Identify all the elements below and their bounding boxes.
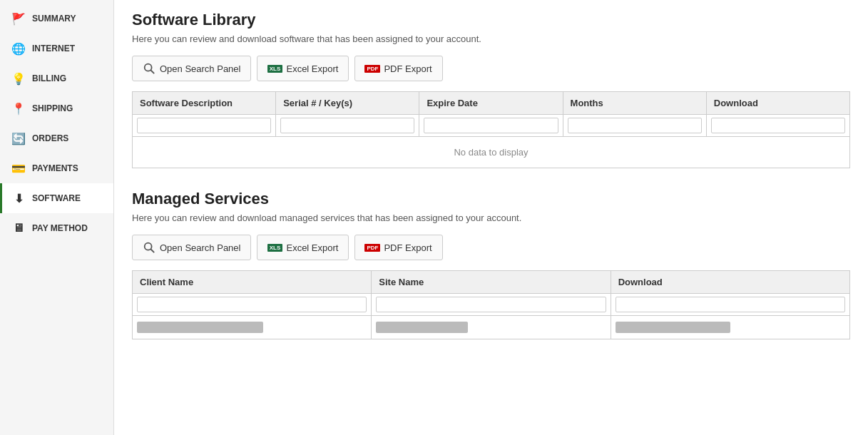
sidebar-item-label: SOFTWARE <box>32 193 81 203</box>
search-icon <box>143 62 155 75</box>
managed-filter-row <box>133 294 850 316</box>
sidebar-item-label: BILLING <box>32 73 66 83</box>
excel-icon: XLS <box>267 240 282 255</box>
managed-services-title: Managed Services <box>132 190 850 208</box>
col-client-name: Client Name <box>133 271 372 294</box>
sidebar-item-label: SUMMARY <box>32 14 76 24</box>
sidebar-item-software[interactable]: ⬇ SOFTWARE <box>0 183 113 213</box>
sidebar-item-pay-method[interactable]: 🖥 PAY METHOD <box>0 213 113 243</box>
pay-method-icon: 🖥 <box>11 220 26 236</box>
sidebar-item-label: INTERNET <box>32 44 75 53</box>
summary-icon: 🚩 <box>11 11 26 26</box>
software-open-search-button[interactable]: Open Search Panel <box>132 56 251 81</box>
software-library-toolbar: Open Search Panel XLS Excel Export PDF P… <box>132 56 850 81</box>
managed-pdf-export-button[interactable]: PDF PDF Export <box>354 235 442 260</box>
sidebar-item-label: PAYMENTS <box>32 163 78 173</box>
col-expire-date: Expire Date <box>419 92 563 115</box>
excel-export-label: Excel Export <box>286 242 338 253</box>
filter-row <box>133 115 850 137</box>
filter-site-name[interactable] <box>376 297 606 312</box>
placeholder-client <box>137 322 263 333</box>
main-content: Software Library Here you can review and… <box>114 0 868 435</box>
managed-services-desc: Here you can review and download managed… <box>132 213 850 223</box>
sidebar-item-label: SHIPPING <box>32 103 73 113</box>
col-software-description: Software Description <box>133 92 276 115</box>
software-excel-export-button[interactable]: XLS Excel Export <box>257 56 349 81</box>
sidebar-item-shipping[interactable]: 📍 SHIPPING <box>0 93 113 123</box>
sidebar-item-payments[interactable]: 💳 PAYMENTS <box>0 153 113 183</box>
filter-months[interactable] <box>568 118 702 133</box>
open-search-label: Open Search Panel <box>160 242 240 253</box>
filter-expire-date[interactable] <box>424 118 558 133</box>
pdf-icon: PDF <box>365 240 379 255</box>
sidebar-item-billing[interactable]: 💡 BILLING <box>0 63 113 93</box>
sidebar: 🚩 SUMMARY 🌐 INTERNET 💡 BILLING 📍 SHIPPIN… <box>0 0 114 435</box>
shipping-icon: 📍 <box>11 101 26 116</box>
software-library-table: Software Description Serial # / Key(s) E… <box>132 91 850 168</box>
col-serial-keys: Serial # / Key(s) <box>276 92 419 115</box>
internet-icon: 🌐 <box>11 41 26 56</box>
filter-serial-keys[interactable] <box>280 118 414 133</box>
col-download: Download <box>611 271 849 294</box>
svg-point-0 <box>145 64 152 71</box>
excel-export-label: Excel Export <box>286 63 338 74</box>
no-data-row: No data to display <box>133 137 850 168</box>
placeholder-site <box>376 322 468 333</box>
managed-services-table: Client Name Site Name Download <box>132 270 850 339</box>
pdf-export-label: PDF Export <box>384 242 432 253</box>
software-library-desc: Here you can review and download softwar… <box>132 34 850 44</box>
managed-excel-export-button[interactable]: XLS Excel Export <box>257 235 349 260</box>
payments-icon: 💳 <box>11 160 26 176</box>
managed-services-toolbar: Open Search Panel XLS Excel Export PDF P… <box>132 235 850 260</box>
managed-services-section: Managed Services Here you can review and… <box>132 190 850 339</box>
filter-download[interactable] <box>711 118 845 133</box>
svg-line-1 <box>150 70 154 73</box>
sidebar-item-orders[interactable]: 🔄 ORDERS <box>0 123 113 153</box>
managed-placeholder-row <box>133 316 850 339</box>
pdf-export-label: PDF Export <box>384 63 432 74</box>
software-icon: ⬇ <box>11 190 26 206</box>
managed-header-row: Client Name Site Name Download <box>133 271 850 294</box>
sidebar-item-label: PAY METHOD <box>32 223 88 233</box>
col-site-name: Site Name <box>372 271 611 294</box>
orders-icon: 🔄 <box>11 130 26 146</box>
software-library-section: Software Library Here you can review and… <box>132 11 850 168</box>
filter-client-name[interactable] <box>137 297 367 312</box>
billing-icon: 💡 <box>11 71 26 86</box>
col-months: Months <box>563 92 706 115</box>
software-pdf-export-button[interactable]: PDF PDF Export <box>354 56 442 81</box>
pdf-icon: PDF <box>365 61 379 76</box>
svg-point-2 <box>145 243 152 250</box>
svg-line-3 <box>150 249 154 252</box>
filter-software-description[interactable] <box>137 118 271 133</box>
excel-icon: XLS <box>267 61 282 76</box>
sidebar-item-internet[interactable]: 🌐 INTERNET <box>0 34 113 63</box>
col-download: Download <box>706 92 849 115</box>
filter-managed-download[interactable] <box>616 297 845 312</box>
open-search-label: Open Search Panel <box>160 63 240 74</box>
managed-open-search-button[interactable]: Open Search Panel <box>132 235 251 260</box>
no-data-message: No data to display <box>133 137 850 168</box>
sidebar-item-summary[interactable]: 🚩 SUMMARY <box>0 4 113 34</box>
search-icon <box>143 241 155 254</box>
placeholder-dl <box>616 322 730 333</box>
sidebar-item-label: ORDERS <box>32 133 68 143</box>
table-header-row: Software Description Serial # / Key(s) E… <box>133 92 850 115</box>
software-library-title: Software Library <box>132 11 850 29</box>
